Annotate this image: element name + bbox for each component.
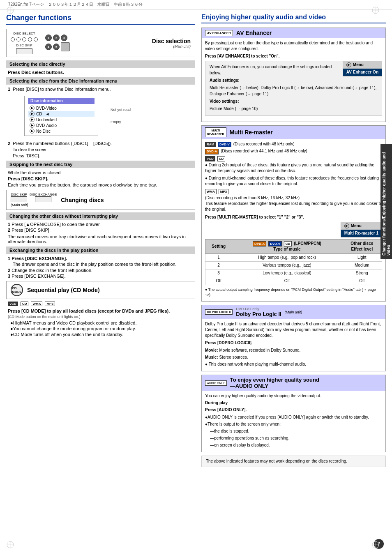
badge-dvda: DVD-A [205,149,219,154]
changing-discs-title: Changing discs [61,197,104,203]
table-row-3: 3 Low tempo (e.g., classical) Strong [205,269,382,277]
dolby-unit-label: (Main unit) [285,310,302,314]
dolby-music-text: Stereo sources. [219,355,248,359]
table-row-2: 2 Various tempos (e.g., jazz) Medium [205,262,382,269]
skipping-description: Each time you press the button, the caro… [8,182,194,187]
dolby-title: Dolby Pro Logic II [236,311,281,317]
audio-only-note2-sub3: —on screen display is displayed. [210,442,382,448]
exchanging-header: Exchanging the discs in the play positio… [6,246,195,254]
change-step1-text: Press [▲OPEN/CLOSE] to open the drawer. [12,222,101,227]
disc-info-box: Disc information ▶ DVD-Video ▶ CD ◄ ▶ [24,96,98,136]
disc-selection-diagram: DISC SELECT DISC SKIP 1 [6,29,195,57]
audio-only-note2: ●There is output to the screen only when… [205,421,382,427]
step1-label: 1 [8,87,13,92]
main-content: Changer functions DISC SELECT DISC SKIP [0,9,392,471]
multi-remaster-icon: MULTIRE-MASTER [205,127,226,137]
av-enhancer-press: Press [AV ENHANCER] to select "On". [205,53,382,59]
not-yet-read-label: Not yet read [111,108,131,112]
audio-settings-label: Audio settings: [210,78,240,83]
multi-bullet1-text: During 2ch output of these discs, this f… [205,163,374,173]
disc-number-circles: 1 2 3 4 5 [45,35,70,51]
side-text: Changer functions/Enjoying higher qualit… [380,144,392,259]
audio-only-note1: ●AUDIO ONLY is canceled if you press [AU… [205,415,382,420]
exch-step1-label: 1 [8,256,12,261]
disc-skip-btn-label: DISC SKIP [11,193,27,196]
exch-step1-desc: The drawer opens and the disc in the pla… [13,262,194,267]
disc-item-dvd-audio: ▶ DVD-Audio [28,122,95,128]
sequential-play-body: Press [CD MODE] to play all loaded discs… [6,309,195,337]
selecting-directly-instruction: Press Disc select buttons. [8,70,194,75]
av-enhancer-body: By pressing just one button the disc typ… [202,38,385,122]
dolby-description: Dolby Pro Logic II is an advanced decode… [205,321,382,339]
while-closed: While the drawer is closed [8,170,194,175]
audio-only-description: You can enjoy higher quality audio by st… [205,393,382,399]
video-settings-text: Picture Mode (→ page 10) [210,106,378,112]
sequential-badges: VCD CD WMA MP3 [8,302,195,306]
table-cell-effect-off: Off [342,277,382,285]
cd-mode-note: (CD Mode button on the main unit lights … [8,315,194,319]
multi-menu-body: Multi Re-master 1 [341,230,382,237]
badge-cd2: CD [217,156,226,161]
changing-discs-unit-label: (Main unit) [11,203,28,207]
selecting-from-menu-header: Selecting the disc from the Disc informa… [6,77,195,85]
changing-discs-description: The carousel moves one tray clockwise an… [8,234,194,244]
left-section-title: Changer functions [6,14,195,25]
selecting-directly-body: Press Disc select buttons. [6,70,195,75]
disc-label-nodisc: No Disc [36,129,51,134]
disc-num-3: 3 [61,35,67,41]
header-file-info: 7292En.fm 7ページ ２００３年１２月２４日 水曜日 午前９時３６分 [8,2,143,7]
exchanging-body: 1 Press [DISC EXCHANGE]. The drawer open… [6,256,195,279]
corner-mark-tl [6,6,14,14]
av-enhancer-icon: AV ENHANCER [205,30,233,36]
multi-remaster-header: MULTIRE-MASTER Multi Re-master [202,126,385,139]
menu-on-header: ▶ Menu [343,61,382,69]
selecting-directly-header: Selecting the disc directly [6,60,195,68]
clear-screen-label: To clear the screen [13,147,194,152]
table-cell-music-1: High tempo (e.g., pop and rock) [232,254,342,262]
dolby-title-area: DVD-F87 only Dolby Pro Logic II [236,307,281,317]
exch-step3-label: 3 [8,274,12,279]
disc-circle-3 [22,37,26,41]
exch-step2-label: 2 [8,268,12,273]
audio-only-body: You can enjoy higher quality audio by st… [202,391,385,452]
menu-label: Menu [353,62,364,68]
disc-48khz: (Discs recorded with 48 kHz only) [233,142,295,146]
multi-remaster-body: RAM DVD-V (Discs recorded with 48 kHz on… [202,139,385,301]
press-disc-skip: Press [DISC SKIP]. [8,176,194,181]
corner-mark-bl [6,541,14,549]
main-unit-label-disc: (Main unit) [74,44,191,48]
disc-select-label: DISC SELECT [14,32,35,35]
seq-note-1: ●HighMAT menus and Video CD playback con… [10,320,194,325]
audio-only-title: To enjoy even higher quality sound—AUDIO… [230,377,319,389]
right-section-title: Enjoying higher quality audio and video [201,14,386,23]
skipping-body: While the drawer is closed Press [DISC S… [6,170,195,187]
dolby-box: DD PRO LOGIC II DVD-F87 only Dolby Pro L… [201,305,386,371]
dolby-press: Press [DDPRO LOGICII]. [205,340,382,346]
disc-num-5: 5 [53,44,60,50]
badge-vcd2: VCD [205,156,215,161]
disc-selection-text: Disc selection [74,38,191,44]
badge-wma2: WMA [205,189,217,194]
table-cell-setting-3: 3 [205,269,232,277]
dolby-icon: DD PRO LOGIC II [205,309,233,315]
seq-note-2: ●You cannot change the mode during progr… [10,326,194,331]
exch-step2-text: Change the disc in the front-left positi… [12,268,92,273]
cd-mode-circle: CDMODE [11,284,23,296]
empty-label: Empty [111,120,131,124]
audio-only-press: Press [AUDIO ONLY]. [205,407,382,413]
change-step1-label: 1 [8,222,12,227]
av-enhancer-header: AV ENHANCER AV Enhancer [202,28,385,38]
badge-vcd: VCD [8,302,18,306]
av-enhancer-title: AV Enhancer [236,30,272,36]
multi-menu-label: Menu [351,223,362,229]
disc-skip-rect [16,48,32,54]
dolby-music-label: Music: [205,355,218,359]
disc-icon-cd: ▶ [30,111,35,116]
av-enhancer-box: AV ENHANCER AV Enhancer By pressing just… [201,28,386,122]
selecting-from-menu-body: 1 Press [DISC] to show the Disc informat… [6,87,195,158]
badge-mp3: MP3 [45,302,55,306]
disc-info-notes: Not yet read Empty [111,93,131,138]
dolby-movie-label: Movie: [205,348,218,352]
disc-circle-1 [11,37,15,41]
clear-press: Press [DISC]. [13,153,194,158]
